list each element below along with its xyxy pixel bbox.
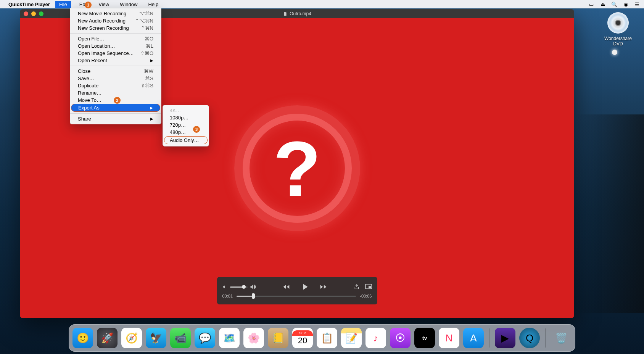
menu-close[interactable]: Close⌘W	[70, 68, 161, 75]
dock-uniconverter[interactable]: ▶	[495, 328, 515, 348]
menu-open-location[interactable]: Open Location…⌘L	[70, 42, 161, 50]
eject-icon[interactable]: ⏏	[600, 1, 606, 7]
menu-save[interactable]: Save…⌘S	[70, 75, 161, 82]
menu-duplicate[interactable]: Duplicate⇧⌘S	[70, 82, 161, 89]
desktop-icon-label: Wondershare DVD	[599, 36, 637, 47]
export-480p[interactable]: 480p…	[163, 129, 209, 136]
menu-open-recent[interactable]: Open Recent▶	[70, 57, 161, 64]
spotlight-search-icon[interactable]: 🔍	[611, 1, 617, 7]
menu-view[interactable]: View	[96, 1, 111, 8]
menu-bar: QuickTime Player File Edit View Window H…	[0, 0, 644, 8]
question-mark-icon: ?	[273, 129, 321, 208]
annotation-badge-3: 3	[193, 126, 200, 133]
window-close-button[interactable]	[24, 11, 28, 16]
window-title: Outro.mp4	[290, 11, 311, 16]
menu-new-screen-recording[interactable]: New Screen Recording⌃⌘N	[70, 24, 161, 32]
dock-separator	[545, 328, 546, 348]
desktop-dvd-icon[interactable]: Wondershare DVD	[599, 12, 637, 47]
dock-music[interactable]: ♪	[365, 328, 386, 348]
siri-icon[interactable]: ◉	[623, 1, 629, 7]
document-icon	[283, 11, 287, 16]
menu-new-movie-recording[interactable]: New Movie Recording⌥⌘N	[70, 10, 161, 17]
menu-help[interactable]: Help	[146, 1, 161, 8]
export-720p[interactable]: 720p…	[163, 121, 209, 129]
annotation-badge-2: 2	[114, 97, 121, 104]
app-menu[interactable]: QuickTime Player	[8, 2, 50, 7]
dvd-disc-icon	[607, 12, 629, 34]
menu-file[interactable]: File	[55, 1, 71, 8]
menu-open-image-sequence[interactable]: Open Image Sequence…⇧⌘O	[70, 50, 161, 57]
export-as-submenu: 4K… 1080p… 720p… 480p… Audio Only…	[163, 105, 209, 146]
dock-photos[interactable]: 🌸	[243, 328, 264, 348]
play-button[interactable]	[300, 282, 310, 292]
menu-export-as[interactable]: Export As▶	[71, 104, 160, 112]
menu-share[interactable]: Share▶	[70, 115, 161, 122]
dock-separator	[489, 328, 489, 348]
share-icon[interactable]	[354, 284, 360, 290]
dock-appstore[interactable]: A	[463, 328, 484, 348]
scrubber[interactable]	[237, 296, 356, 297]
dock-finder[interactable]: 🙂	[72, 328, 93, 348]
volume-mute-icon[interactable]	[222, 284, 228, 290]
player-controls: 00:01 -00:06	[217, 277, 377, 304]
control-center-icon[interactable]: ☰	[634, 1, 640, 7]
airplay-icon[interactable]: ▭	[588, 1, 594, 7]
separator	[70, 66, 161, 66]
menu-rename[interactable]: Rename…	[70, 89, 161, 97]
video-graphic: ?	[234, 105, 360, 231]
export-1080p[interactable]: 1080p…	[163, 114, 209, 121]
dock-reminders[interactable]: 📋	[317, 328, 337, 348]
export-4k: 4K…	[163, 107, 209, 114]
menu-open-file[interactable]: Open File…⌘O	[70, 35, 161, 42]
dock-trash[interactable]: 🗑️	[551, 328, 572, 348]
volume-slider[interactable]	[230, 286, 248, 288]
window-minimize-button[interactable]	[31, 11, 36, 16]
dock: 🙂 🚀 🧭 🦅 📹 💬 🗺️ 🌸 📒 SEP20 📋 📝 ♪ ⦿ tv N A …	[69, 324, 575, 352]
menu-new-audio-recording[interactable]: New Audio Recording⌃⌥⌘N	[70, 17, 161, 24]
dock-maps[interactable]: 🗺️	[219, 328, 240, 348]
dock-quicktime[interactable]: Q	[519, 328, 540, 348]
dock-messages[interactable]: 💬	[195, 328, 215, 348]
volume-high-icon[interactable]	[250, 284, 256, 290]
dock-news[interactable]: N	[439, 328, 459, 348]
export-audio-only[interactable]: Audio Only…	[164, 136, 208, 144]
dock-contacts[interactable]: 📒	[268, 328, 288, 348]
dock-appletv[interactable]: tv	[414, 328, 435, 348]
dock-safari[interactable]: 🧭	[121, 328, 142, 348]
pip-icon[interactable]	[365, 284, 372, 289]
window-maximize-button[interactable]	[39, 11, 43, 16]
svg-rect-1	[369, 286, 371, 288]
menu-window[interactable]: Window	[118, 1, 140, 8]
dock-facetime[interactable]: 📹	[170, 328, 191, 348]
separator	[70, 113, 161, 114]
time-remaining: -00:06	[360, 294, 372, 298]
dock-calendar[interactable]: SEP20	[292, 328, 313, 348]
dock-launchpad[interactable]: 🚀	[97, 328, 118, 348]
separator	[70, 33, 161, 34]
dock-notes[interactable]: 📝	[341, 328, 362, 348]
rewind-button[interactable]	[282, 283, 291, 291]
time-elapsed: 00:01	[222, 294, 233, 298]
file-menu-dropdown: New Movie Recording⌥⌘N New Audio Recordi…	[70, 8, 161, 124]
fast-forward-button[interactable]	[319, 283, 328, 291]
dock-podcasts[interactable]: ⦿	[390, 328, 411, 348]
annotation-badge-1: 1	[85, 2, 92, 8]
dock-mail[interactable]: 🦅	[146, 328, 166, 348]
